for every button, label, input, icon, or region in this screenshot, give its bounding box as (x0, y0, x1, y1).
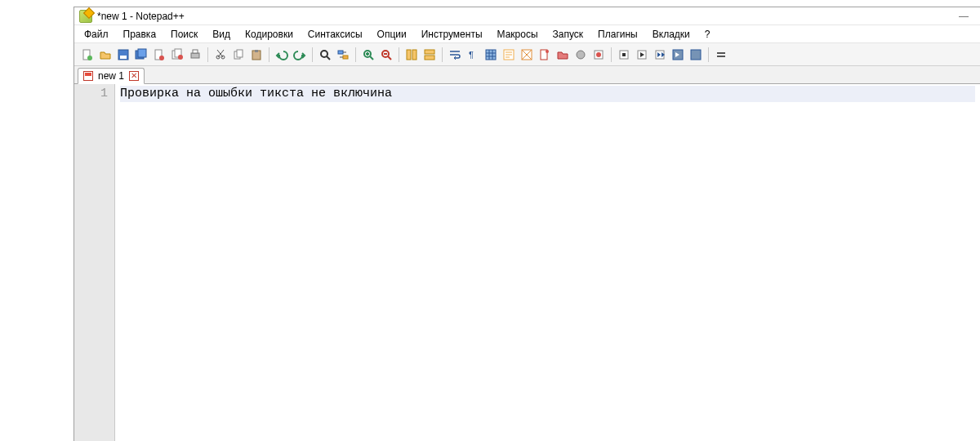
menu-file[interactable]: Файл (78, 27, 115, 42)
svg-rect-5 (138, 49, 146, 57)
tab-close-icon[interactable]: ✕ (129, 71, 139, 81)
menu-help[interactable]: ? (698, 27, 717, 42)
svg-point-36 (596, 52, 601, 57)
toolbar-separator (611, 47, 612, 62)
svg-text:¶: ¶ (469, 50, 474, 60)
menu-view[interactable]: Вид (206, 27, 237, 42)
svg-rect-16 (237, 50, 243, 57)
toolbar-separator (355, 47, 356, 62)
app-icon (79, 10, 92, 23)
replace-icon[interactable] (335, 47, 351, 63)
svg-point-7 (159, 56, 164, 60)
toolbar-separator (312, 47, 313, 62)
svg-rect-24 (407, 50, 411, 60)
cut-icon[interactable] (212, 47, 229, 63)
menu-language[interactable]: Синтаксисы (301, 27, 369, 42)
toggle-icon[interactable] (713, 47, 729, 63)
line-number: 1 (74, 86, 108, 102)
doc-map-icon[interactable] (537, 47, 553, 63)
menu-plugins[interactable]: Плагины (591, 27, 644, 42)
undo-icon[interactable] (274, 47, 290, 63)
svg-rect-42 (691, 50, 701, 60)
show-all-chars-icon[interactable]: ¶ (465, 47, 481, 63)
redo-icon[interactable] (292, 47, 308, 63)
svg-rect-25 (412, 50, 416, 60)
svg-point-19 (321, 51, 327, 57)
sync-v-icon[interactable] (403, 47, 420, 63)
close-all-icon[interactable] (169, 47, 185, 63)
tab-new-1[interactable]: new 1 ✕ (78, 68, 145, 84)
menu-encoding[interactable]: Кодировки (238, 27, 300, 42)
svg-rect-26 (425, 50, 434, 54)
svg-rect-20 (338, 51, 343, 54)
language-icon[interactable] (501, 47, 517, 63)
tab-label: new 1 (98, 70, 124, 82)
save-macro-icon[interactable] (688, 47, 704, 63)
record-macro-icon[interactable] (616, 47, 632, 63)
svg-rect-18 (255, 50, 258, 52)
svg-rect-11 (191, 53, 199, 58)
print-icon[interactable] (187, 47, 203, 63)
svg-point-34 (577, 51, 585, 59)
folder-icon[interactable] (572, 47, 589, 63)
menu-window[interactable]: Вкладки (646, 27, 697, 42)
minimize-button[interactable]: — (952, 8, 975, 24)
toolbar-separator (269, 47, 270, 62)
svg-point-10 (178, 55, 183, 60)
close-file-icon[interactable] (151, 47, 167, 63)
tabbar: new 1 ✕ (74, 66, 980, 84)
toolbar: ¶ (74, 43, 980, 66)
toolbar-separator (708, 47, 709, 62)
stop-macro-icon[interactable] (634, 47, 650, 63)
svg-point-33 (546, 50, 549, 53)
find-icon[interactable] (317, 47, 333, 63)
menu-edit[interactable]: Правка (117, 27, 163, 42)
play-macro-icon[interactable] (652, 47, 668, 63)
folder-doc-icon[interactable] (519, 47, 535, 63)
menu-tools[interactable]: Инструменты (415, 27, 489, 42)
monitor-icon[interactable] (590, 47, 607, 63)
open-file-icon[interactable] (97, 47, 114, 63)
toolbar-separator (207, 47, 208, 62)
toolbar-separator (399, 47, 399, 62)
svg-rect-29 (486, 50, 496, 60)
new-file-icon[interactable] (79, 47, 96, 63)
zoom-in-icon[interactable] (360, 47, 376, 63)
zoom-out-icon[interactable] (378, 47, 394, 63)
save-file-icon[interactable] (115, 47, 131, 63)
code-line[interactable]: Провирка на ошыбки тикста не включина (120, 86, 975, 102)
menu-search[interactable]: Поиск (164, 27, 204, 42)
line-number-gutter: 1 (74, 84, 115, 441)
svg-point-1 (87, 56, 92, 60)
window-title: *new 1 - Notepad++ (97, 11, 185, 22)
play-multiple-icon[interactable] (670, 47, 686, 63)
menu-settings[interactable]: Опции (371, 27, 413, 42)
titlebar: *new 1 - Notepad++ — (74, 7, 980, 25)
menu-run[interactable]: Запуск (546, 27, 590, 42)
svg-rect-21 (343, 56, 348, 59)
toolbar-separator (442, 47, 443, 62)
save-all-icon[interactable] (133, 47, 149, 63)
menu-macro[interactable]: Макросы (491, 27, 545, 42)
copy-icon[interactable] (230, 47, 247, 63)
svg-rect-38 (622, 53, 626, 56)
modified-file-icon (83, 71, 93, 81)
indent-guide-icon[interactable] (483, 47, 499, 63)
svg-rect-12 (193, 50, 198, 53)
function-list-icon[interactable] (555, 47, 571, 63)
code-area[interactable]: Провирка на ошыбки тикста не включина (115, 84, 980, 441)
svg-rect-27 (425, 56, 434, 60)
notepadpp-window: *new 1 - Notepad++ — Файл Правка Поиск В… (74, 7, 980, 441)
sync-h-icon[interactable] (421, 47, 438, 63)
menubar: Файл Правка Поиск Вид Кодировки Синтакси… (74, 25, 980, 43)
word-wrap-icon[interactable] (447, 47, 463, 63)
paste-icon[interactable] (248, 47, 265, 63)
svg-rect-3 (120, 56, 127, 59)
editor: 1 Провирка на ошыбки тикста не включина (74, 84, 980, 441)
